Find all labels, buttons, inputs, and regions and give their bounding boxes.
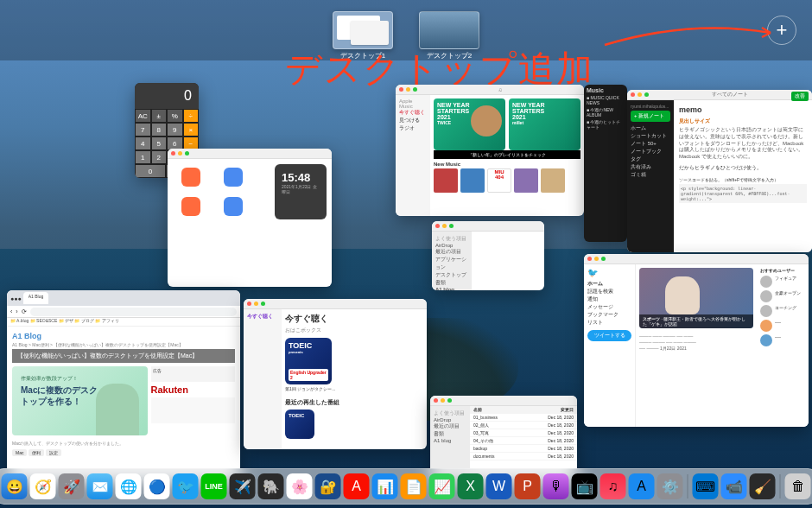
desktop-thumb-1[interactable]: デスクトップ1: [333, 11, 393, 49]
quick-button-2[interactable]: [224, 168, 243, 187]
dock-acrobat[interactable]: A: [344, 473, 370, 499]
tag[interactable]: Mac: [12, 449, 27, 456]
dock-launchpad[interactable]: 🚀: [59, 473, 85, 499]
evernote-code[interactable]: <p style="background: linear-gradient(tr…: [679, 184, 807, 203]
twitter-sb-item[interactable]: ブックマーク: [587, 311, 631, 319]
twitter-sb-item[interactable]: メッセージ: [587, 303, 631, 311]
twitter-user[interactable]: ──: [760, 334, 805, 346]
calc-0[interactable]: 0: [135, 164, 166, 178]
evernote-sb-item[interactable]: ショートカット: [631, 132, 670, 140]
calc-div[interactable]: ÷: [183, 109, 200, 123]
finder-sb-item[interactable]: A1 blog: [434, 438, 466, 443]
music-aux-window[interactable]: Music ■ MUSIC QUICK NEWS ■ 今週のNEW ALBUM …: [584, 85, 627, 242]
evernote-note-title[interactable]: memo: [679, 105, 807, 114]
evernote-new-note-button[interactable]: + 新規ノート: [631, 111, 670, 122]
dock-photos[interactable]: 🌸: [287, 473, 313, 499]
music-window[interactable]: ♫ Apple Music 今すぐ聴く 見つける ラジオ NEW YEARSTA…: [396, 85, 584, 216]
calc-2[interactable]: 2: [151, 150, 168, 164]
twitter-sb-item[interactable]: 話題を検索: [587, 288, 631, 295]
evernote-body[interactable]: ヒラギノゴシックという日本語のフォントは英文字には使えない。意味はなしで表示され…: [679, 127, 807, 161]
dock-edge[interactable]: 🌐: [116, 473, 142, 499]
finder-sb-item[interactable]: デスクトップ: [435, 271, 468, 279]
dock-line[interactable]: LINE: [201, 473, 227, 499]
twitter-sb-item[interactable]: ホーム: [587, 280, 631, 288]
dock-cleanmymac[interactable]: 🧹: [750, 473, 776, 499]
calc-ac[interactable]: AC: [135, 109, 151, 123]
evernote-sb-item[interactable]: ホーム: [631, 124, 670, 132]
evernote-sb-item[interactable]: ノートブック: [631, 148, 670, 156]
album-tile[interactable]: [514, 168, 538, 193]
podcast-sb-item[interactable]: 今すぐ聴く: [247, 313, 278, 321]
calc-4[interactable]: 4: [135, 137, 151, 150]
music-hero-2[interactable]: NEW YEARSTARTERS2021 millet: [509, 98, 580, 150]
twitter-user[interactable]: 全豪オープン: [760, 290, 805, 302]
dock-zoom[interactable]: 📹: [721, 473, 747, 499]
twitter-sb-item[interactable]: 通知: [587, 295, 631, 303]
ad-slot[interactable]: [151, 397, 236, 423]
finder-sb-item[interactable]: 最近の項目: [435, 248, 468, 256]
finder-col[interactable]: 変更日: [561, 407, 574, 412]
rakuten-logo[interactable]: Rakuten: [151, 384, 236, 395]
finder-sb-item[interactable]: 書類: [435, 279, 468, 287]
calc-mul[interactable]: ×: [183, 123, 200, 137]
album-tile[interactable]: MIU404: [487, 168, 511, 193]
podcast-tile[interactable]: TOEIC presents English Upgrader 2: [285, 338, 332, 384]
evernote-sb-item[interactable]: ゴミ箱: [631, 171, 670, 179]
finder-sb-item[interactable]: アプリケーション: [435, 256, 468, 271]
dock-numbers[interactable]: 📈: [429, 473, 455, 499]
podcasts-window[interactable]: 今すぐ聴く 今すぐ聴く おはこボックス TOEIC presents Engli…: [244, 299, 427, 449]
tweet-button[interactable]: ツイートする: [587, 330, 631, 341]
evernote-sb-item[interactable]: タグ: [631, 156, 670, 163]
list-item[interactable]: 04_その他Dec 18, 2020: [470, 437, 577, 445]
evernote-sb-item[interactable]: ノート 50+: [631, 140, 670, 148]
reload-icon[interactable]: ⟳: [22, 308, 27, 315]
music-sb-item[interactable]: ラジオ: [399, 124, 427, 132]
dock-system-prefs[interactable]: ⚙️: [657, 473, 683, 499]
podcast-episode[interactable]: 第1回 ジョンがタクシー...: [285, 386, 423, 391]
back-icon[interactable]: ‹: [10, 308, 12, 314]
list-item[interactable]: 03_写真Dec 18, 2020: [470, 429, 577, 437]
dock-spark[interactable]: ✈️: [230, 473, 256, 499]
dock-powerpoint[interactable]: P: [515, 473, 541, 499]
album-tile[interactable]: [460, 168, 485, 193]
calc-sign[interactable]: ±: [151, 109, 168, 123]
twitter-user[interactable]: コーチング: [760, 305, 805, 317]
dock-twitter[interactable]: 🐦: [173, 473, 199, 499]
forward-icon[interactable]: ›: [16, 308, 17, 314]
twitter-user[interactable]: ──: [760, 320, 805, 332]
finder-col[interactable]: 名前: [473, 407, 561, 412]
twitter-logo-icon[interactable]: 🐦: [587, 268, 631, 277]
dock-pages[interactable]: 📄: [401, 473, 427, 499]
evernote-account[interactable]: ryumi.mihalopulos...: [631, 104, 670, 109]
dock-1password[interactable]: 🔐: [315, 473, 341, 499]
album-tile[interactable]: [541, 168, 565, 193]
dock-finder[interactable]: 😀: [2, 473, 28, 499]
dock-word[interactable]: W: [486, 473, 512, 499]
finder-window-1[interactable]: よく使う項目 AirDrop 最近の項目 アプリケーション デスクトップ 書類 …: [432, 221, 544, 290]
finder-sb-item[interactable]: A1 blog: [435, 287, 468, 290]
twitter-window[interactable]: 🐦 ホーム 話題を検索 通知 メッセージ ブックマーク リスト ツイートする ス…: [584, 254, 809, 427]
calc-5[interactable]: 5: [151, 137, 168, 150]
music-sb-item[interactable]: 見つける: [399, 117, 427, 124]
dock-podcast[interactable]: 🎙: [543, 473, 569, 499]
quick-button-3[interactable]: [181, 197, 200, 216]
calc-7[interactable]: 7: [135, 123, 151, 137]
dock-chrome[interactable]: 🔵: [144, 473, 170, 499]
dock-mail[interactable]: ✉️: [87, 473, 113, 499]
dock-keynote[interactable]: 📊: [372, 473, 398, 499]
finder-sb-item[interactable]: 書類: [434, 430, 466, 438]
quick-button-1[interactable]: [181, 168, 200, 187]
music-sb-item[interactable]: 今すぐ聴く: [399, 109, 427, 117]
dock-appstore[interactable]: A: [629, 473, 655, 499]
finder-content[interactable]: [472, 232, 544, 290]
twitter-user[interactable]: フィギュア: [760, 276, 805, 288]
url-input[interactable]: [30, 308, 237, 316]
twitter-sb-item[interactable]: リスト: [587, 319, 631, 327]
calc-percent[interactable]: %: [167, 109, 183, 123]
evernote-window[interactable]: すべてのノート 改善 ryumi.mihalopulos... + 新規ノート …: [627, 90, 812, 252]
list-item[interactable]: 02_個人Dec 18, 2020: [470, 422, 577, 429]
tag[interactable]: 設定: [46, 449, 61, 456]
finder-sb-item[interactable]: 最近の項目: [434, 422, 466, 430]
album-tile[interactable]: [434, 168, 458, 193]
tag[interactable]: 便利: [29, 449, 44, 456]
